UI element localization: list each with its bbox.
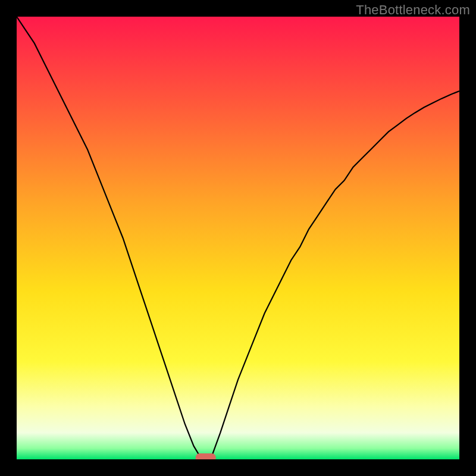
watermark-text: TheBottleneck.com: [356, 2, 470, 18]
background-rect: [17, 17, 459, 459]
chart-svg: [17, 17, 459, 459]
plot-area: [17, 17, 459, 459]
optimal-marker: [196, 453, 216, 459]
chart-frame: TheBottleneck.com: [0, 0, 476, 476]
